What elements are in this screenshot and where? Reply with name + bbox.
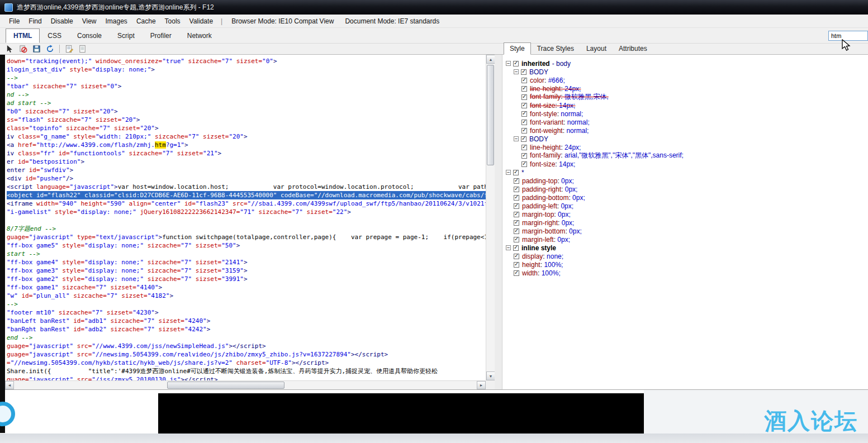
source-line[interactable]: "ff-box game3" style="display: none;" si…: [7, 266, 486, 275]
menu-item-disable[interactable]: Disable: [46, 16, 78, 27]
source-line[interactable]: "ff-box game1" sizcache="7" sizset="4140…: [7, 283, 486, 292]
horizontal-scrollbar[interactable]: ◄ ►: [5, 380, 486, 389]
style-checkbox[interactable]: [514, 203, 519, 209]
source-line[interactable]: "banLeft banRest" id="adb1" sizcache="7"…: [7, 317, 486, 325]
scroll-right-button[interactable]: ►: [477, 381, 486, 389]
source-line[interactable]: Share.init({ "title":'#4399造梦西游online#可以…: [7, 367, 486, 375]
style-checkbox[interactable]: [513, 170, 519, 175]
source-line[interactable]: ilogin_stat_div" style="display: none;">: [7, 65, 486, 74]
source-line[interactable]: "footer mt10" sizcache="7" sizset="4230"…: [7, 308, 486, 317]
source-line[interactable]: ss="flash" sizcache="7" sizset="20">: [7, 116, 486, 124]
style-prop-row[interactable]: font-family: 微软雅黑,宋体,: [502, 93, 868, 101]
style-tab-style[interactable]: Style: [504, 42, 531, 55]
style-rule-row[interactable]: −BODY: [502, 135, 868, 143]
horizontal-scroll-thumb[interactable]: [167, 382, 284, 389]
source-line[interactable]: ="//newsimg.5054399.com/hykb/static/hykb…: [7, 359, 486, 367]
style-checkbox[interactable]: [521, 161, 527, 167]
style-prop-row[interactable]: padding-left: 0px;: [502, 202, 868, 210]
style-prop-row[interactable]: height: 100%;: [502, 260, 868, 269]
style-rule-row[interactable]: −BODY: [502, 68, 868, 76]
style-checkbox[interactable]: [521, 103, 527, 108]
source-line[interactable]: "ff-box game5" style="display: none;" si…: [7, 241, 486, 250]
disable-icon[interactable]: [19, 45, 27, 53]
style-prop-row[interactable]: line-height: 24px;: [502, 143, 868, 151]
style-checkbox[interactable]: [514, 254, 519, 259]
source-line[interactable]: <iframe width="940" height="590" align="…: [7, 199, 486, 208]
style-prop-row[interactable]: margin-left: 0px;: [502, 235, 868, 244]
source-line[interactable]: guage="javascript" type="text/javascript…: [7, 233, 486, 241]
menu-item-images[interactable]: Images: [101, 16, 132, 27]
style-checkbox[interactable]: [521, 153, 527, 159]
view-source-icon[interactable]: [65, 45, 73, 53]
select-element-icon[interactable]: [6, 45, 14, 53]
source-line[interactable]: nd -->: [7, 90, 486, 99]
scroll-up-button[interactable]: ▲: [486, 55, 495, 64]
source-line[interactable]: "b0" sizcache="7" sizset="20">: [7, 107, 486, 116]
style-checkbox[interactable]: [513, 245, 519, 251]
style-checkbox[interactable]: [521, 94, 527, 100]
tab-css[interactable]: CSS: [40, 28, 69, 43]
source-line[interactable]: guage="javascript" src="/jss/zmxy5_20180…: [7, 375, 486, 380]
style-prop-row[interactable]: font-family: arial,"微软雅黑","宋体","黑体",sans…: [502, 151, 868, 160]
tab-profiler[interactable]: Profiler: [143, 28, 179, 43]
style-prop-row[interactable]: margin-top: 0px;: [502, 210, 868, 218]
style-checkbox[interactable]: [521, 78, 527, 83]
style-prop-row[interactable]: margin-bottom: 0px;: [502, 227, 868, 235]
source-line[interactable]: guage="javascript" src="//www.4399.com/j…: [7, 342, 486, 350]
style-tab-trace-styles[interactable]: Trace Styles: [531, 42, 580, 55]
source-line[interactable]: enter id="swfdiv">: [7, 166, 486, 174]
collapse-icon[interactable]: −: [514, 136, 519, 141]
style-checkbox[interactable]: [521, 111, 527, 117]
style-prop-row[interactable]: margin-right: 0px;: [502, 218, 868, 227]
style-checkbox[interactable]: [521, 69, 527, 75]
source-line[interactable]: [7, 216, 486, 225]
style-checkbox[interactable]: [514, 228, 519, 234]
style-tab-layout[interactable]: Layout: [580, 42, 613, 55]
scroll-down-button[interactable]: ▼: [486, 371, 495, 380]
menu-item-find[interactable]: Find: [24, 16, 46, 27]
source-line[interactable]: -->: [7, 300, 486, 308]
tab-script[interactable]: Script: [110, 28, 143, 43]
document-mode-menu[interactable]: Document Mode: IE7 standards: [339, 16, 445, 27]
style-prop-row[interactable]: font-size: 14px;: [502, 160, 868, 168]
style-checkbox[interactable]: [521, 136, 527, 142]
style-checkbox[interactable]: [521, 128, 527, 134]
vertical-scroll-thumb[interactable]: [487, 65, 494, 165]
source-line-selected[interactable]: <object id="flash22" classid="clsid:D27C…: [7, 191, 486, 199]
source-line[interactable]: "i-gamelist" style="display: none;" jQue…: [7, 208, 486, 216]
style-checkbox[interactable]: [514, 220, 519, 226]
style-checkbox[interactable]: [521, 86, 527, 92]
menu-item-validate[interactable]: Validate: [185, 16, 217, 27]
source-line[interactable]: "tbar" sizcache="7" sizset="0">: [7, 82, 486, 90]
style-checkbox[interactable]: [521, 145, 527, 150]
source-line[interactable]: er id="bestposition">: [7, 158, 486, 166]
style-prop-row[interactable]: color: #666;: [502, 76, 868, 84]
source-line[interactable]: iv class="g_name" style="width: 210px;" …: [7, 132, 486, 141]
source-line[interactable]: "w" id="plun_all" sizcache="7" sizset="4…: [7, 292, 486, 300]
source-line[interactable]: <div id="pusher"/>: [7, 174, 486, 183]
style-checkbox[interactable]: [513, 61, 519, 66]
style-prop-row[interactable]: padding-right: 0px;: [502, 185, 868, 193]
style-prop-row[interactable]: font-style: normal;: [502, 109, 868, 118]
collapse-icon[interactable]: −: [506, 170, 511, 175]
scroll-left-button[interactable]: ◄: [5, 381, 14, 389]
style-checkbox[interactable]: [514, 237, 519, 242]
source-line[interactable]: iv class="fr" id="functiontools" sizcach…: [7, 149, 486, 158]
style-checkbox[interactable]: [521, 120, 527, 125]
style-prop-row[interactable]: padding-bottom: 0px;: [502, 193, 868, 202]
tab-console[interactable]: Console: [69, 28, 110, 43]
collapse-icon[interactable]: −: [506, 61, 511, 66]
style-checkbox[interactable]: [514, 270, 519, 276]
style-prop-row[interactable]: font-variant: normal;: [502, 118, 868, 126]
style-prop-row[interactable]: font-weight: normal;: [502, 126, 868, 135]
source-line[interactable]: down="tracking(event);" windowc_onresize…: [7, 57, 486, 65]
refresh-icon[interactable]: [46, 45, 54, 53]
source-line[interactable]: <a href="http://www.4399.com/flash/zmhj.…: [7, 141, 486, 149]
collapse-icon[interactable]: −: [506, 245, 511, 250]
style-section-row[interactable]: −inline style: [502, 244, 868, 252]
style-checkbox[interactable]: [514, 187, 519, 192]
menu-item-view[interactable]: View: [78, 16, 101, 27]
style-checkbox[interactable]: [514, 262, 519, 268]
style-prop-row[interactable]: width: 100%;: [502, 269, 868, 277]
source-line[interactable]: ad start -->: [7, 99, 486, 107]
